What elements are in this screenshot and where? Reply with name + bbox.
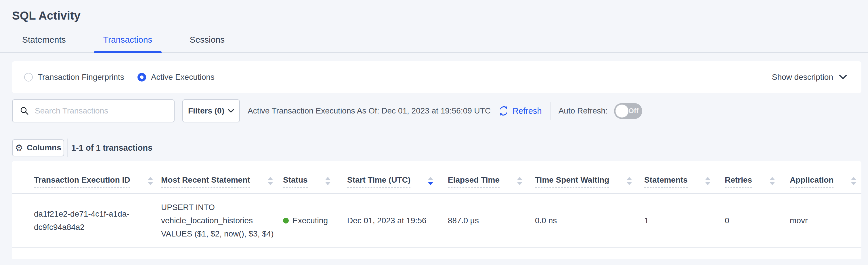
search-input[interactable]	[35, 106, 168, 115]
radio-circle-checked-icon[interactable]	[137, 73, 146, 81]
as-of-timestamp: Active Transaction Executions As Of: Dec…	[248, 106, 491, 115]
transactions-toolbar: Filters (0) Active Transaction Execution…	[12, 99, 868, 123]
auto-refresh-toggle[interactable]: Off	[614, 103, 642, 119]
tab-sessions[interactable]: Sessions	[180, 35, 234, 52]
toggle-state-label: Off	[628, 107, 639, 115]
table-header-row: Transaction Execution ID Most Recent Sta…	[12, 161, 861, 193]
table-row[interactable]: da1f21e2-de71-4c1f-a1da-dc9fc94a84a2 UPS…	[12, 193, 861, 248]
radio-active-executions[interactable]: Active Executions	[137, 73, 215, 82]
column-header-time-spent-waiting[interactable]: Time Spent Waiting	[535, 161, 644, 193]
sort-desc-icon[interactable]	[428, 177, 433, 185]
view-mode-panel: Transaction Fingerprints Active Executio…	[12, 61, 861, 93]
status-label: Executing	[292, 214, 328, 227]
search-icon	[20, 106, 29, 115]
columns-button[interactable]: ⚙ Columns	[12, 139, 64, 156]
toggle-knob[interactable]	[616, 105, 628, 117]
cell-status: Executing	[283, 193, 347, 248]
column-header-application[interactable]: Application	[790, 161, 861, 193]
radio-transaction-fingerprints[interactable]: Transaction Fingerprints	[24, 73, 124, 82]
cell-transaction-execution-id[interactable]: da1f21e2-de71-4c1f-a1da-dc9fc94a84a2	[12, 193, 161, 248]
sort-icon[interactable]	[705, 177, 711, 185]
sort-icon[interactable]	[517, 177, 523, 185]
page-title: SQL Activity	[12, 9, 868, 22]
sort-icon[interactable]	[769, 177, 775, 185]
tab-statements[interactable]: Statements	[13, 35, 75, 52]
vertical-divider	[550, 102, 551, 120]
refresh-button[interactable]: Refresh	[498, 105, 542, 116]
column-header-transaction-execution-id[interactable]: Transaction Execution ID	[12, 161, 161, 193]
refresh-label: Refresh	[513, 106, 542, 116]
radio-label: Transaction Fingerprints	[38, 73, 124, 82]
sql-activity-tabs: Statements Transactions Sessions	[0, 35, 868, 53]
refresh-icon	[498, 105, 509, 116]
radio-label: Active Executions	[151, 73, 215, 82]
column-header-start-time[interactable]: Start Time (UTC)	[347, 161, 448, 193]
sort-icon[interactable]	[148, 177, 153, 185]
executing-status-dot-icon	[283, 218, 289, 223]
gear-icon: ⚙	[15, 142, 23, 153]
column-header-status[interactable]: Status	[283, 161, 347, 193]
table-controls: ⚙ Columns 1-1 of 1 transactions	[12, 139, 868, 156]
sort-icon[interactable]	[268, 177, 273, 185]
cell-statements: 1	[644, 193, 725, 248]
cell-most-recent-statement[interactable]: UPSERT INTO vehicle_location_histories V…	[161, 193, 283, 248]
cell-application: movr	[790, 193, 861, 248]
column-header-statements[interactable]: Statements	[644, 161, 725, 193]
show-description-label: Show description	[772, 73, 833, 82]
cell-time-spent-waiting: 0.0 ns	[535, 193, 644, 248]
column-header-elapsed-time[interactable]: Elapsed Time	[448, 161, 535, 193]
tab-transactions[interactable]: Transactions	[94, 35, 162, 52]
radio-circle-icon[interactable]	[24, 73, 33, 81]
sort-icon[interactable]	[626, 177, 632, 185]
vertical-divider	[67, 138, 68, 157]
column-header-retries[interactable]: Retries	[725, 161, 790, 193]
filters-label: Filters (0)	[188, 106, 224, 115]
cell-retries: 0	[725, 193, 790, 248]
chevron-down-icon	[228, 109, 234, 113]
search-box[interactable]	[12, 99, 175, 123]
result-count: 1-1 of 1 transactions	[71, 143, 152, 153]
chevron-down-icon	[839, 75, 847, 80]
filters-button[interactable]: Filters (0)	[182, 99, 240, 123]
columns-label: Columns	[27, 143, 61, 152]
auto-refresh-label: Auto Refresh:	[559, 106, 608, 115]
sort-icon[interactable]	[851, 177, 857, 185]
show-description-button[interactable]: Show description	[772, 73, 847, 82]
cell-start-time: Dec 01, 2023 at 19:56	[347, 193, 448, 248]
sort-icon[interactable]	[325, 177, 331, 185]
cell-elapsed-time: 887.0 µs	[448, 193, 535, 248]
column-header-most-recent-statement[interactable]: Most Recent Statement	[161, 161, 283, 193]
transactions-table-panel: Transaction Execution ID Most Recent Sta…	[12, 161, 861, 259]
transactions-table: Transaction Execution ID Most Recent Sta…	[12, 161, 861, 248]
